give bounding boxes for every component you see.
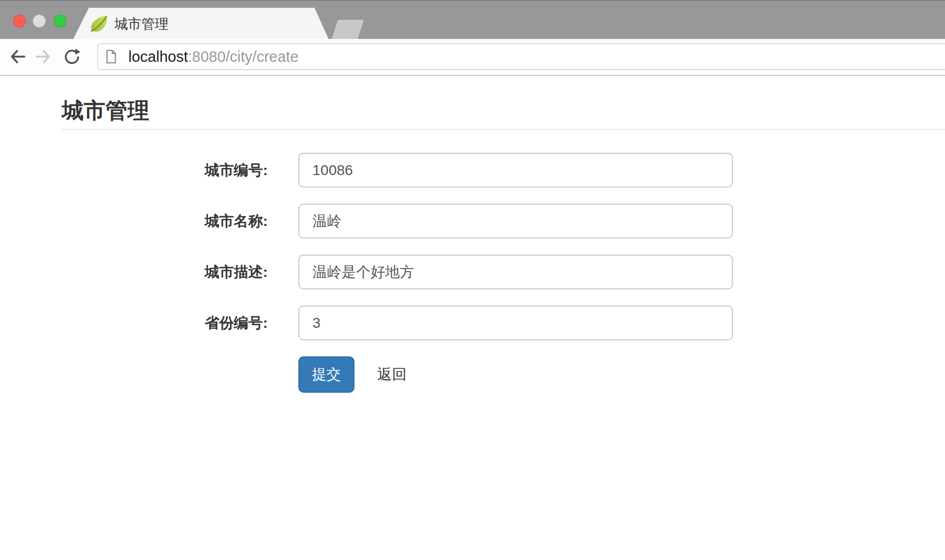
address-bar[interactable]: localhost:8080/city/create (97, 43, 945, 70)
spring-leaf-icon (90, 15, 110, 33)
city-name-label: 城市名称: (0, 211, 268, 231)
url-host: localhost (128, 48, 188, 65)
city-name-input[interactable] (298, 204, 733, 238)
form-actions: 提交 返回 (298, 356, 945, 393)
form-row-city-description: 城市描述: (0, 255, 945, 289)
back-link[interactable]: 返回 (377, 365, 406, 384)
document-page-icon (105, 49, 117, 64)
city-id-label: 城市编号: (0, 161, 268, 180)
tab-bar: 城市管理 ✕ (0, 0, 945, 39)
window-minimize-button[interactable] (33, 15, 46, 28)
url-path: :8080/city/create (188, 48, 298, 65)
form-row-city-id: 城市编号: (0, 153, 945, 188)
form-row-city-name: 城市名称: (0, 204, 945, 238)
province-id-label: 省份编号: (0, 313, 268, 333)
form-row-province-id: 省份编号: (0, 305, 945, 340)
tab-city-management[interactable]: 城市管理 ✕ (73, 8, 329, 40)
page-content: 城市管理 城市编号: 城市名称: 城市描述: 省份编号: 提交 返回 (0, 76, 945, 393)
tab-close-icon[interactable]: ✕ (363, 8, 382, 40)
submit-button[interactable]: 提交 (298, 356, 355, 393)
new-tab-button[interactable] (332, 20, 364, 39)
window-zoom-button[interactable] (54, 15, 67, 28)
browser-toolbar: localhost:8080/city/create (0, 39, 945, 76)
page-title: 城市管理 (62, 99, 945, 123)
url-text: localhost:8080/city/create (128, 48, 298, 65)
window-close-button[interactable] (13, 15, 26, 28)
browser-window: 城市管理 ✕ localhost:8080/city/create 城市管理 (0, 0, 945, 560)
province-id-input[interactable] (298, 305, 733, 340)
city-description-label: 城市描述: (0, 262, 268, 282)
forward-arrow-icon[interactable] (33, 47, 52, 66)
reload-icon[interactable] (62, 47, 81, 66)
tab-title: 城市管理 (114, 8, 168, 40)
page-header: 城市管理 (62, 99, 945, 130)
city-create-form: 城市编号: 城市名称: 城市描述: 省份编号: 提交 返回 (0, 153, 945, 393)
back-arrow-icon[interactable] (9, 47, 28, 66)
city-id-input[interactable] (298, 153, 733, 188)
city-description-input[interactable] (298, 255, 733, 289)
